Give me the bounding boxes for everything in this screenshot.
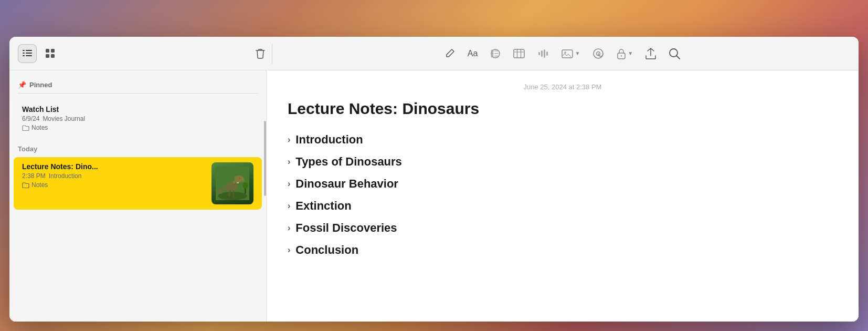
note-timestamp: June 25, 2024 at 2:38 PM (288, 83, 838, 91)
media-caret: ▼ (575, 50, 580, 56)
svg-rect-21 (538, 52, 540, 55)
lock-caret: ▼ (628, 50, 633, 56)
note-section-extinction[interactable]: › Extinction (288, 195, 838, 217)
svg-rect-22 (541, 50, 543, 57)
svg-rect-5 (26, 55, 32, 56)
toolbar-divider (272, 44, 272, 64)
svg-point-15 (491, 55, 494, 57)
svg-rect-24 (546, 51, 548, 56)
svg-rect-3 (26, 53, 32, 54)
today-note-item[interactable]: Lecture Notes: Dino... 2:38 PM Introduct… (14, 157, 262, 210)
svg-rect-17 (514, 49, 524, 58)
pinned-divider (18, 93, 258, 94)
chevron-right-icon-3: › (288, 201, 290, 211)
svg-point-26 (564, 51, 566, 54)
pinned-note-date: 6/9/24 (22, 115, 39, 122)
svg-point-13 (491, 52, 494, 55)
lock-button[interactable]: ▼ (615, 46, 635, 61)
pinned-note-item[interactable]: Watch List 6/9/24 Movies Journal Notes (14, 100, 262, 137)
pinned-note-meta: 6/9/24 Movies Journal (22, 115, 253, 122)
svg-rect-9 (51, 54, 55, 58)
section-label-3: Extinction (295, 199, 351, 213)
today-note-text: Lecture Notes: Dino... 2:38 PM Introduct… (22, 162, 207, 189)
app-window: Aa (9, 37, 859, 322)
section-label-1: Types of Dinosaurs (295, 155, 402, 169)
note-title[interactable]: Lecture Notes: Dinosaurs (288, 99, 838, 118)
svg-rect-1 (26, 50, 32, 51)
content-area: 📌 Pinned Watch List 6/9/24 Movies Journa… (9, 70, 859, 322)
svg-line-32 (676, 56, 680, 59)
note-section-fossil[interactable]: › Fossil Discoveries (288, 217, 838, 239)
trex-svg (216, 167, 249, 200)
chevron-right-icon-1: › (288, 157, 290, 167)
pinned-note-title: Watch List (22, 105, 253, 113)
search-button[interactable] (666, 46, 682, 61)
table-button[interactable] (511, 47, 527, 60)
delete-button[interactable] (251, 44, 270, 63)
svg-rect-7 (51, 49, 55, 53)
dino-image (211, 162, 253, 204)
checklist-button[interactable] (488, 46, 503, 61)
pinned-section-header: 📌 Pinned (9, 79, 266, 93)
dino-thumbnail (211, 162, 253, 204)
today-folder-icon (22, 182, 29, 188)
today-note-meta: 2:38 PM Introduction (22, 172, 207, 180)
today-header: Today (9, 139, 266, 157)
font-button[interactable]: Aa (465, 47, 480, 60)
toolbar: Aa (9, 37, 859, 70)
svg-rect-2 (23, 53, 25, 54)
pinned-label: Pinned (29, 81, 52, 89)
today-note-subtitle: Introduction (49, 172, 82, 180)
today-note-time: 2:38 PM (22, 172, 46, 180)
note-section-behavior[interactable]: › Dinosaur Behavior (288, 173, 838, 195)
media-button[interactable]: ▼ (559, 46, 582, 61)
today-note-title: Lecture Notes: Dino... (22, 162, 207, 171)
today-note-row: Lecture Notes: Dino... 2:38 PM Introduct… (22, 162, 253, 204)
chevron-right-icon-4: › (288, 223, 290, 233)
chevron-right-icon-5: › (288, 245, 290, 255)
section-label-4: Fossil Discoveries (295, 221, 397, 235)
share-button[interactable] (643, 46, 658, 61)
today-label: Today (18, 145, 37, 153)
svg-rect-16 (494, 56, 499, 57)
svg-rect-6 (46, 49, 49, 53)
svg-point-38 (240, 178, 240, 178)
toolbar-left (18, 44, 270, 63)
sidebar: 📌 Pinned Watch List 6/9/24 Movies Journa… (9, 70, 267, 322)
svg-point-30 (621, 55, 622, 57)
pinned-note-folder-label: Notes (31, 124, 48, 131)
section-label-2: Dinosaur Behavior (295, 177, 398, 191)
svg-point-11 (491, 49, 494, 52)
folder-icon (22, 125, 29, 131)
chevron-right-icon-0: › (288, 135, 290, 144)
today-note-folder-label: Notes (31, 181, 48, 189)
section-label-0: Introduction (295, 133, 363, 147)
svg-rect-0 (23, 50, 25, 51)
section-label-5: Conclusion (295, 243, 358, 257)
mention-button[interactable] (590, 46, 606, 61)
toolbar-right: Aa (274, 46, 850, 61)
note-section-conclusion[interactable]: › Conclusion (288, 239, 838, 261)
pin-icon: 📌 (18, 81, 26, 89)
note-section-types[interactable]: › Types of Dinosaurs (288, 151, 838, 173)
note-section-introduction[interactable]: › Introduction (288, 129, 838, 151)
svg-rect-8 (46, 54, 49, 58)
today-note-folder: Notes (22, 181, 207, 189)
svg-rect-14 (494, 53, 499, 54)
grid-view-button[interactable] (41, 44, 60, 63)
svg-rect-23 (544, 49, 545, 58)
pinned-note-folder: Notes (22, 124, 253, 131)
audio-button[interactable] (535, 47, 551, 60)
svg-point-40 (243, 182, 248, 189)
compose-button[interactable] (442, 46, 457, 61)
svg-rect-4 (23, 55, 25, 56)
list-view-button[interactable] (18, 44, 37, 63)
chevron-right-icon-2: › (288, 179, 290, 189)
pinned-note-subtitle: Movies Journal (43, 115, 85, 122)
sidebar-scrollbar[interactable] (264, 121, 266, 196)
note-editor: June 25, 2024 at 2:38 PM Lecture Notes: … (267, 70, 859, 322)
svg-rect-12 (494, 50, 499, 51)
